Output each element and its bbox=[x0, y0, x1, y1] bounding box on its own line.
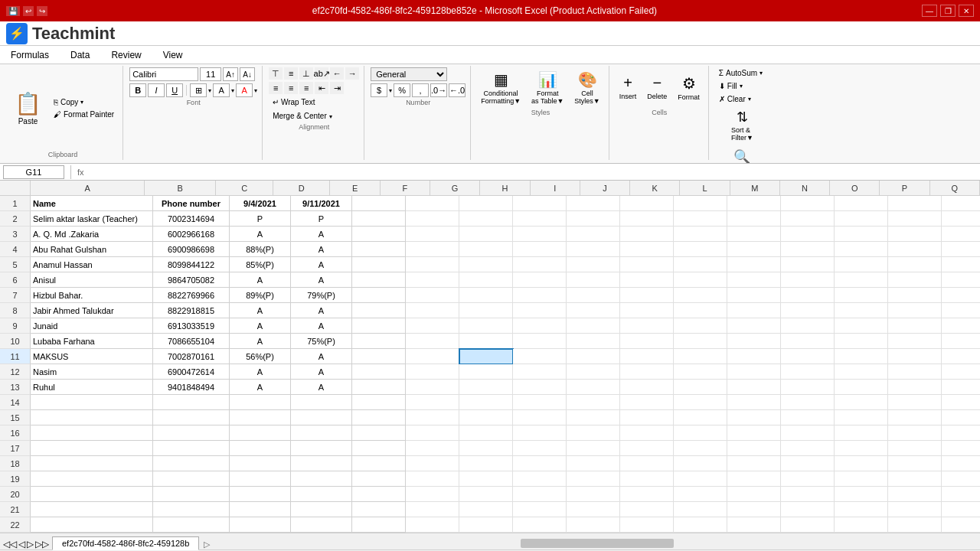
cell-13-G[interactable] bbox=[459, 380, 513, 395]
top-align-button[interactable]: ⊤ bbox=[269, 67, 283, 80]
cell-6-F[interactable] bbox=[406, 272, 459, 288]
cell-4-F[interactable] bbox=[406, 242, 459, 257]
cell-7-K[interactable] bbox=[674, 288, 727, 303]
cell-1-H[interactable] bbox=[513, 196, 567, 211]
cell-7-D[interactable]: 79%(P) bbox=[291, 288, 352, 303]
cell-13-O[interactable] bbox=[888, 380, 942, 395]
cell-5-A[interactable]: Anamul Hassan bbox=[31, 257, 153, 272]
row-num-10[interactable]: 10 bbox=[0, 334, 31, 349]
minimize-button[interactable]: — bbox=[922, 5, 937, 17]
row-num-18[interactable]: 18 bbox=[0, 456, 31, 471]
cell-9-E[interactable] bbox=[352, 318, 406, 334]
cell-20-H[interactable] bbox=[513, 487, 567, 502]
col-header-N[interactable]: N bbox=[780, 181, 830, 195]
cell-16-E[interactable] bbox=[352, 425, 406, 441]
cell-21-O[interactable] bbox=[888, 502, 942, 517]
cell-18-L[interactable] bbox=[727, 456, 781, 471]
cell-17-J[interactable] bbox=[620, 441, 674, 456]
cell-7-I[interactable] bbox=[567, 288, 620, 303]
cell-22-H[interactable] bbox=[513, 517, 567, 533]
close-button[interactable]: ✕ bbox=[959, 5, 974, 17]
cell-21-B[interactable] bbox=[153, 502, 230, 517]
cell-5-L[interactable] bbox=[727, 257, 781, 272]
cell-18-K[interactable] bbox=[674, 456, 727, 471]
cell-3-E[interactable] bbox=[352, 227, 406, 242]
cell-9-B[interactable]: 6913033519 bbox=[153, 318, 230, 334]
cell-18-O[interactable] bbox=[888, 456, 942, 471]
cell-9-L[interactable] bbox=[727, 318, 781, 334]
row-num-19[interactable]: 19 bbox=[0, 471, 31, 487]
row-num-15[interactable]: 15 bbox=[0, 410, 31, 425]
col-header-L[interactable]: L bbox=[680, 181, 730, 195]
cell-15-C[interactable] bbox=[230, 410, 291, 425]
cell-15-J[interactable] bbox=[620, 410, 674, 425]
cell-8-I[interactable] bbox=[567, 303, 620, 318]
col-header-A[interactable]: A bbox=[31, 181, 145, 195]
cell-5-P[interactable] bbox=[942, 257, 980, 272]
cell-3-D[interactable]: A bbox=[291, 227, 352, 242]
cell-21-L[interactable] bbox=[727, 502, 781, 517]
cell-14-O[interactable] bbox=[888, 395, 942, 410]
row-num-9[interactable]: 9 bbox=[0, 318, 31, 334]
cell-14-D[interactable] bbox=[291, 395, 352, 410]
cell-1-P[interactable] bbox=[942, 196, 980, 211]
increase-indent-button[interactable]: ⇥ bbox=[330, 82, 344, 94]
cell-2-H[interactable] bbox=[513, 211, 567, 227]
cell-2-P[interactable] bbox=[942, 211, 980, 227]
cell-20-L[interactable] bbox=[727, 487, 781, 502]
cell-7-O[interactable] bbox=[888, 288, 942, 303]
cell-11-M[interactable] bbox=[781, 349, 835, 364]
cell-14-G[interactable] bbox=[459, 395, 513, 410]
bottom-align-button[interactable]: ⊥ bbox=[299, 67, 313, 80]
cell-20-A[interactable] bbox=[31, 487, 153, 502]
last-sheet-icon[interactable]: ▷▷ bbox=[35, 539, 49, 549]
row-num-7[interactable]: 7 bbox=[0, 288, 31, 303]
cell-21-C[interactable] bbox=[230, 502, 291, 517]
cell-7-F[interactable] bbox=[406, 288, 459, 303]
cell-1-L[interactable] bbox=[727, 196, 781, 211]
cell-3-K[interactable] bbox=[674, 227, 727, 242]
cell-4-P[interactable] bbox=[942, 242, 980, 257]
cell-18-H[interactable] bbox=[513, 456, 567, 471]
col-header-D[interactable]: D bbox=[273, 181, 331, 195]
cell-19-M[interactable] bbox=[781, 471, 835, 487]
cell-13-A[interactable]: Ruhul bbox=[31, 380, 153, 395]
cell-22-D[interactable] bbox=[291, 517, 352, 533]
cell-13-I[interactable] bbox=[567, 380, 620, 395]
cell-5-J[interactable] bbox=[620, 257, 674, 272]
cell-17-H[interactable] bbox=[513, 441, 567, 456]
currency-button[interactable]: $ bbox=[371, 83, 387, 97]
cell-8-E[interactable] bbox=[352, 303, 406, 318]
formula-input[interactable] bbox=[87, 165, 977, 179]
conditional-formatting-button[interactable]: ▦ ConditionalFormatting▼ bbox=[477, 67, 524, 107]
cell-2-C[interactable]: P bbox=[230, 211, 291, 227]
cell-5-B[interactable]: 8099844122 bbox=[153, 257, 230, 272]
grid-container[interactable]: 1NamePhone number9/4/20219/11/20212Selim… bbox=[0, 196, 980, 533]
autosum-button[interactable]: Σ AutoSum ▾ bbox=[715, 67, 766, 79]
cell-11-O[interactable] bbox=[888, 349, 942, 364]
cell-19-E[interactable] bbox=[352, 471, 406, 487]
fill-color-button[interactable]: A bbox=[213, 83, 230, 97]
cell-6-I[interactable] bbox=[567, 272, 620, 288]
cell-16-P[interactable] bbox=[942, 425, 980, 441]
cell-2-B[interactable]: 7002314694 bbox=[153, 211, 230, 227]
cell-11-D[interactable]: A bbox=[291, 349, 352, 364]
cell-17-P[interactable] bbox=[942, 441, 980, 456]
fill-button[interactable]: ⬇ Fill ▾ bbox=[715, 80, 766, 92]
number-format-select[interactable]: General Number Currency Short Date Long … bbox=[371, 67, 447, 81]
cell-17-I[interactable] bbox=[567, 441, 620, 456]
cell-11-L[interactable] bbox=[727, 349, 781, 364]
cell-19-F[interactable] bbox=[406, 471, 459, 487]
row-num-20[interactable]: 20 bbox=[0, 487, 31, 502]
cell-13-L[interactable] bbox=[727, 380, 781, 395]
cell-6-A[interactable]: Anisul bbox=[31, 272, 153, 288]
cell-22-L[interactable] bbox=[727, 517, 781, 533]
decrease-indent-button[interactable]: ⇤ bbox=[315, 82, 328, 94]
cell-11-I[interactable] bbox=[567, 349, 620, 364]
align-left-button[interactable]: ≡ bbox=[269, 82, 283, 94]
col-header-Q[interactable]: Q bbox=[930, 181, 980, 195]
cell-2-L[interactable] bbox=[727, 211, 781, 227]
cell-4-E[interactable] bbox=[352, 242, 406, 257]
cell-15-H[interactable] bbox=[513, 410, 567, 425]
cell-20-E[interactable] bbox=[352, 487, 406, 502]
